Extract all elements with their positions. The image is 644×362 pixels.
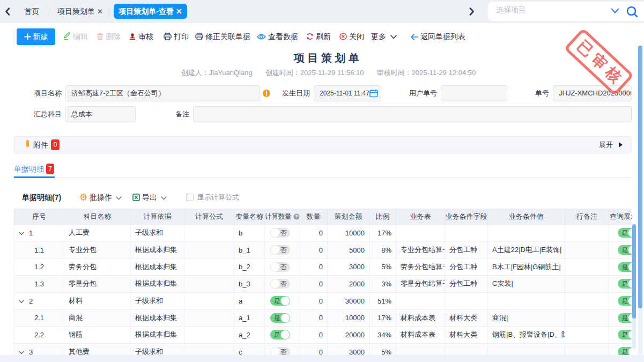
svg-text:?: ? xyxy=(295,214,298,219)
